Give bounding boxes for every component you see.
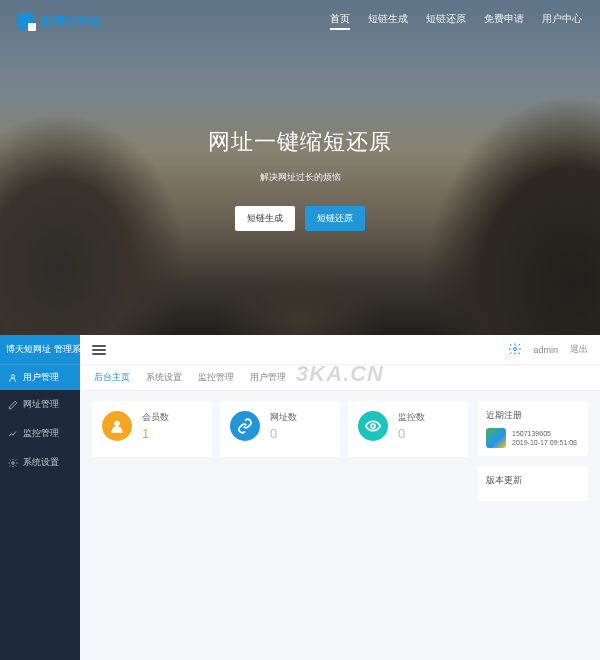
chart-icon (8, 429, 18, 439)
tab-monitor[interactable]: 监控管理 (198, 371, 234, 384)
nav-home[interactable]: 首页 (330, 12, 350, 30)
hero-subtitle: 解决网址过长的烦恼 (0, 171, 600, 184)
sidebar-section-label: 用户管理 (23, 371, 59, 384)
stat-cards: 会员数 1 网址数 0 监控数 0 (92, 401, 468, 650)
main-area: admin 退出 后台主页 系统设置 监控管理 用户管理 3KA.CN 会员数 … (80, 335, 600, 660)
tab-settings[interactable]: 系统设置 (146, 371, 182, 384)
recent-user-id: 1507139605 (512, 429, 577, 438)
nav-user[interactable]: 用户中心 (542, 12, 582, 30)
card-value: 1 (142, 426, 169, 441)
hero-title: 网址一键缩短还原 (0, 127, 600, 157)
logo-text: 短网址生成 (40, 13, 100, 30)
btn-shorten[interactable]: 短链生成 (235, 206, 295, 231)
nav-links: 首页 短链生成 短链还原 免费申请 用户中心 (330, 12, 582, 30)
logo[interactable]: 短网址生成 (18, 13, 100, 30)
card-value: 0 (398, 426, 425, 441)
topbar-username[interactable]: admin (533, 345, 558, 355)
recent-user-row[interactable]: 1507139605 2019-10-17 09:51:08 (486, 428, 580, 448)
sidebar-item-label: 监控管理 (23, 427, 59, 440)
panel-version: 版本更新 (478, 466, 588, 501)
nav-apply[interactable]: 免费申请 (484, 12, 524, 30)
gear-icon (8, 458, 18, 468)
content: 会员数 1 网址数 0 监控数 0 (80, 391, 600, 660)
sidebar-item-urls[interactable]: 网址管理 (0, 390, 80, 419)
hero-buttons: 短链生成 短链还原 (0, 206, 600, 231)
panel-recent: 近期注册 1507139605 2019-10-17 09:51:08 (478, 401, 588, 456)
sidebar-brand: 博天短网址 管理系统 (0, 335, 80, 364)
card-label: 网址数 (270, 411, 297, 424)
sidebar-item-monitor[interactable]: 监控管理 (0, 419, 80, 448)
nav-shorten[interactable]: 短链生成 (368, 12, 408, 30)
hero-section: 短网址生成 首页 短链生成 短链还原 免费申请 用户中心 网址一键缩短还原 解决… (0, 0, 600, 335)
tab-bar: 后台主页 系统设置 监控管理 用户管理 3KA.CN (80, 365, 600, 391)
tab-users[interactable]: 用户管理 (250, 371, 286, 384)
card-members: 会员数 1 (92, 401, 212, 457)
card-value: 0 (270, 426, 297, 441)
topbar: admin 退出 (80, 335, 600, 365)
eye-icon (358, 411, 388, 441)
card-label: 监控数 (398, 411, 425, 424)
sidebar-item-label: 网址管理 (23, 398, 59, 411)
sidebar-item-settings[interactable]: 系统设置 (0, 448, 80, 477)
panel-title: 版本更新 (486, 474, 580, 487)
card-monitor: 监控数 0 (348, 401, 468, 457)
person-icon (102, 411, 132, 441)
pencil-icon (8, 400, 18, 410)
card-urls: 网址数 0 (220, 401, 340, 457)
tab-dashboard[interactable]: 后台主页 (94, 371, 130, 384)
panel-title: 近期注册 (486, 409, 580, 422)
right-panels: 近期注册 1507139605 2019-10-17 09:51:08 版本更新 (478, 401, 588, 650)
avatar (486, 428, 506, 448)
card-label: 会员数 (142, 411, 169, 424)
svg-point-1 (12, 461, 15, 464)
svg-point-3 (114, 421, 119, 426)
logo-icon (18, 13, 34, 29)
topbar-right: admin 退出 (509, 343, 588, 357)
recent-user-info: 1507139605 2019-10-17 09:51:08 (512, 429, 577, 447)
top-nav: 短网址生成 首页 短链生成 短链还原 免费申请 用户中心 (0, 0, 600, 42)
sidebar: 博天短网址 管理系统 用户管理 网址管理 监控管理 系统设置 (0, 335, 80, 660)
user-icon (8, 373, 18, 383)
hamburger-icon[interactable] (92, 345, 106, 355)
link-icon (230, 411, 260, 441)
svg-point-4 (371, 424, 375, 428)
recent-user-time: 2019-10-17 09:51:08 (512, 438, 577, 447)
admin-panel: 博天短网址 管理系统 用户管理 网址管理 监控管理 系统设置 admin 退出 (0, 335, 600, 660)
sidebar-item-label: 系统设置 (23, 456, 59, 469)
hero-center: 网址一键缩短还原 解决网址过长的烦恼 短链生成 短链还原 (0, 42, 600, 231)
svg-point-2 (514, 347, 517, 350)
nav-restore[interactable]: 短链还原 (426, 12, 466, 30)
sidebar-section-users[interactable]: 用户管理 (0, 364, 80, 390)
svg-point-0 (11, 374, 14, 377)
settings-icon[interactable] (509, 343, 521, 357)
watermark-text: 3KA.CN (296, 361, 384, 387)
btn-restore[interactable]: 短链还原 (305, 206, 365, 231)
topbar-logout[interactable]: 退出 (570, 343, 588, 356)
